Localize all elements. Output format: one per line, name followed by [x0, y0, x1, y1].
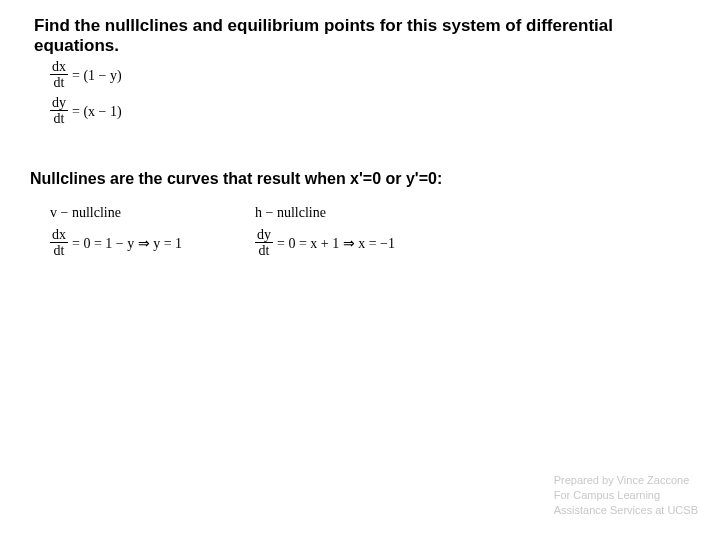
slide-title: Find the nulllclines and equilibrium poi… — [34, 16, 700, 56]
frac-num: dy — [255, 228, 273, 243]
v-nullcline-label: v − nullcline — [50, 205, 182, 220]
h-nullcline-eq: dy dt = 0 = x + 1 ⇒ x = −1 — [255, 228, 395, 258]
h-nullcline-block: h − nullcline dy dt = 0 = x + 1 ⇒ x = −1 — [255, 205, 395, 265]
frac-den: dt — [50, 111, 68, 126]
frac-den: dt — [50, 75, 68, 90]
footer-credit: Prepared by Vince Zaccone For Campus Lea… — [554, 473, 698, 518]
fraction-dx-dt: dx dt — [50, 228, 68, 258]
fraction-dy-dt: dy dt — [255, 228, 273, 258]
footer-line: For Campus Learning — [554, 488, 698, 503]
v-nullcline-eq: dx dt = 0 = 1 − y ⇒ y = 1 — [50, 228, 182, 258]
fraction-dx-dt: dx dt — [50, 60, 68, 90]
equation-dx-dt: dx dt = (1 − y) — [50, 60, 122, 90]
frac-num: dy — [50, 96, 68, 111]
footer-line: Assistance Services at UCSB — [554, 503, 698, 518]
frac-den: dt — [50, 243, 68, 258]
equation-dy-dt: dy dt = (x − 1) — [50, 96, 122, 126]
frac-num: dx — [50, 60, 68, 75]
eq-rhs: = (x − 1) — [72, 104, 122, 119]
frac-den: dt — [255, 243, 273, 258]
eq-rhs: = 0 = 1 − y ⇒ y = 1 — [72, 236, 182, 251]
slide: Find the nulllclines and equilibrium poi… — [0, 0, 720, 540]
v-nullcline-block: v − nullcline dx dt = 0 = 1 − y ⇒ y = 1 — [50, 205, 182, 265]
system-equations: dx dt = (1 − y) dy dt = (x − 1) — [50, 60, 122, 133]
nullclines-subhead: Nullclines are the curves that result wh… — [30, 170, 442, 188]
h-nullcline-label: h − nullcline — [255, 205, 395, 220]
fraction-dy-dt: dy dt — [50, 96, 68, 126]
frac-num: dx — [50, 228, 68, 243]
eq-rhs: = (1 − y) — [72, 68, 122, 83]
footer-line: Prepared by Vince Zaccone — [554, 473, 698, 488]
eq-rhs: = 0 = x + 1 ⇒ x = −1 — [277, 236, 395, 251]
